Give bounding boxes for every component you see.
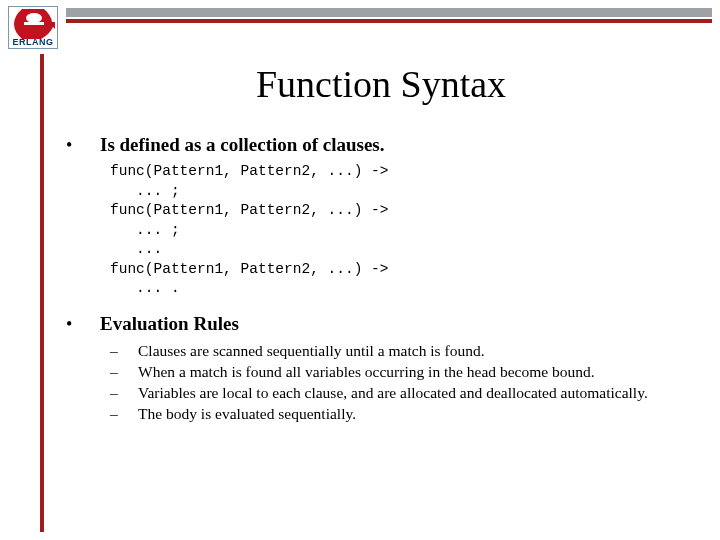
slide: ERLANG Function Syntax • Is defined as a… — [0, 0, 720, 540]
dash-mark: – — [110, 341, 138, 361]
rule-item: – The body is evaluated sequentially. — [110, 404, 696, 424]
bullet-mark: • — [66, 135, 100, 156]
content-area: Function Syntax • Is defined as a collec… — [66, 62, 696, 426]
code-clauses: func(Pattern1, Pattern2, ...) -> ... ; f… — [110, 162, 696, 299]
rule-text: The body is evaluated sequentially. — [138, 404, 696, 424]
rule-text: Clauses are scanned sequentially until a… — [138, 341, 696, 361]
erlang-logo-icon — [11, 9, 55, 39]
bullet-1: • Is defined as a collection of clauses. — [66, 134, 696, 156]
slide-title: Function Syntax — [66, 62, 696, 106]
dash-mark: – — [110, 404, 138, 424]
svg-rect-2 — [24, 22, 44, 25]
side-red-line — [40, 54, 44, 532]
svg-point-1 — [26, 13, 42, 23]
rule-item: – Variables are local to each clause, an… — [110, 383, 696, 403]
erlang-logo-text: ERLANG — [11, 37, 55, 47]
rule-item: – When a match is found all variables oc… — [110, 362, 696, 382]
dash-mark: – — [110, 362, 138, 382]
bullet-1-heading: Is defined as a collection of clauses. — [100, 134, 384, 156]
dash-mark: – — [110, 383, 138, 403]
rule-text: When a match is found all variables occu… — [138, 362, 696, 382]
erlang-logo: ERLANG — [8, 6, 58, 50]
rule-text: Variables are local to each clause, and … — [138, 383, 696, 403]
bullet-mark: • — [66, 314, 100, 335]
bullet-2-heading: Evaluation Rules — [100, 313, 239, 335]
rule-item: – Clauses are scanned sequentially until… — [110, 341, 696, 361]
top-red-line — [66, 19, 712, 23]
bullet-2: • Evaluation Rules — [66, 313, 696, 335]
top-gray-bar — [66, 8, 712, 17]
evaluation-rules-list: – Clauses are scanned sequentially until… — [110, 341, 696, 425]
